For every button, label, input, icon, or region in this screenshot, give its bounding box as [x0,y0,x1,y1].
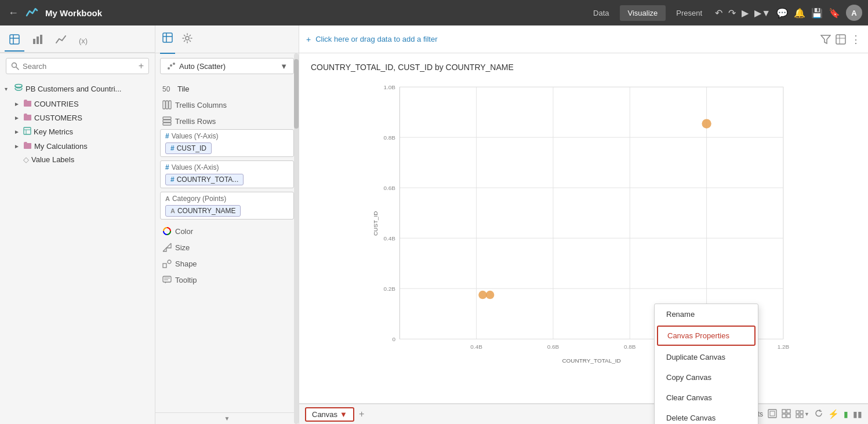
search-icon [11,62,19,70]
bottom-icons: ▼ ⚡ ▮ ▮▮ [768,409,862,420]
svg-rect-24 [163,123,171,125]
scrollbar-thumb[interactable] [294,59,299,129]
tree-item-customers[interactable]: ► CUSTOMERS [0,111,155,125]
nav-present[interactable]: Present [668,5,710,21]
svg-text:0.4B: 0.4B [470,343,482,350]
data-point-3[interactable] [486,291,495,299]
tree-item-mycalculations[interactable]: ► My Calculations [0,139,155,153]
menu-rename[interactable]: Rename [655,304,758,324]
canvas-dropdown-icon[interactable]: ▼ [340,410,347,419]
search-input[interactable] [23,62,135,71]
bookmark-icon[interactable]: 🔖 [829,8,840,19]
filter-bar: + Click here or drag data to add a filte… [299,25,868,53]
comment-icon[interactable]: 💬 [776,8,788,19]
svg-text:0.6B: 0.6B [383,185,395,191]
avatar[interactable]: A [846,5,862,21]
y-axis-shelf[interactable]: # Values (Y-Axis) # CUST_ID [160,129,294,157]
tile-item[interactable]: 50 Tile [160,81,294,97]
nav-data[interactable]: Data [585,5,617,21]
svg-text:CUST_ID: CUST_ID [372,211,379,236]
viz-type-label: Auto (Scatter) [179,62,277,71]
size-shelf[interactable]: Size [160,239,294,255]
undo-icon[interactable]: ↶ [715,8,722,19]
svg-marker-32 [821,35,830,43]
view-toggle-1[interactable]: ▮ [844,410,848,419]
tree-item-valuelabels[interactable]: ◇ Value Labels [0,153,155,166]
data-point-1[interactable] [702,119,711,128]
x-axis-shelf[interactable]: # Values (X-Axis) # COUNTRY_TOTA... [160,160,294,188]
tree-item-root[interactable]: ▾ PB Customers and Countri... [0,81,155,97]
search-box[interactable]: + [6,58,149,74]
shelf-list: 50 Tile Trellis Columns Trelli [155,79,299,412]
view-toggle-2[interactable]: ▮▮ [853,410,862,419]
filter-placeholder[interactable]: Click here or drag data to add a filter [315,35,437,43]
grid-options[interactable]: ▼ [796,410,809,418]
db-icon [14,83,23,94]
filter-icon[interactable] [820,34,831,45]
back-button[interactable]: ← [6,5,21,21]
tile-label: Tile [177,85,189,93]
svg-rect-21 [169,101,171,109]
refresh-icon[interactable] [814,409,823,420]
category-shelf[interactable]: A Category (Points) A COUNTRY_NAME [160,192,294,220]
menu-duplicate-canvas[interactable]: Duplicate Canvas [655,347,758,367]
canvas-tab[interactable]: Canvas ▼ [305,407,354,422]
table-switch-icon[interactable] [836,34,846,45]
svg-rect-3 [33,39,35,44]
trellis-columns-icon [162,100,172,109]
scroll-down-arrow[interactable]: ▼ [155,412,299,424]
shelf-category: A Category (Points) A COUNTRY_NAME [160,192,294,220]
scatter-icon [166,61,176,71]
svg-text:COUNTRY_TOTAL_ID: COUNTRY_TOTAL_ID [562,357,620,364]
more-options-icon[interactable]: ⋮ [851,33,861,46]
svg-rect-23 [163,120,171,122]
add-canvas-button[interactable]: + [359,409,364,419]
tree-item-countries[interactable]: ► COUNTRIES [0,97,155,111]
bell-icon[interactable]: 🔔 [794,8,805,19]
tooltip-shelf[interactable]: Tooltip [160,272,294,288]
x-axis-chip[interactable]: # COUNTRY_TOTA... [165,174,244,185]
scrollbar-track[interactable] [294,53,299,424]
y-axis-header: Values (Y-Axis) [172,132,219,140]
viz-type-dropdown[interactable]: Auto (Scatter) ▼ [160,58,294,74]
middle-tab-active[interactable] [160,24,175,54]
trellis-rows-item[interactable]: Trellis Rows [160,113,294,129]
svg-rect-20 [166,101,168,109]
svg-point-8 [15,85,22,87]
category-chip[interactable]: A COUNTRY_NAME [165,205,241,217]
color-shelf[interactable]: Color [160,223,294,239]
search-container: + [0,53,155,79]
svg-rect-0 [10,35,19,44]
data-point-2[interactable] [478,291,487,299]
color-label: Color [175,227,193,236]
middle-tab-settings[interactable] [180,25,195,53]
y-axis-chip[interactable]: # CUST_ID [165,142,212,154]
trellis-columns-item[interactable]: Trellis Columns [160,97,294,113]
grid-down-icon [796,410,804,418]
shape-shelf[interactable]: Shape [160,255,294,272]
menu-clear-canvas[interactable]: Clear Canvas [655,388,758,408]
menu-canvas-properties[interactable]: Canvas Properties [657,326,756,346]
svg-text:0.2B: 0.2B [383,286,395,292]
tree-item-keymetrics[interactable]: ► Key Metrics [0,125,155,139]
tab-trend[interactable] [51,31,71,50]
nav-visualize[interactable]: Visualize [620,5,666,21]
play-icon[interactable]: ▶ [742,8,749,19]
lightning-icon[interactable]: ⚡ [828,409,839,419]
menu-delete-canvas[interactable]: Delete Canvas [655,408,758,424]
tab-data[interactable] [5,31,24,52]
menu-copy-canvas[interactable]: Copy Canvas [655,367,758,388]
save-icon[interactable]: 💾 [811,8,823,19]
add-data-button[interactable]: + [139,61,144,71]
shape-label: Shape [175,259,197,268]
redo-icon[interactable]: ↷ [728,8,736,19]
category-chip-label: COUNTRY_NAME [177,207,235,215]
present-icon[interactable]: ▶▼ [754,8,771,19]
tab-formula[interactable]: (x) [74,33,92,49]
svg-line-7 [16,67,19,70]
color-icon [162,226,172,236]
grid-icon[interactable] [782,409,791,420]
fit-screen-icon[interactable] [768,409,777,420]
tab-chart[interactable] [28,31,48,50]
tile-number: 50 [162,85,174,93]
